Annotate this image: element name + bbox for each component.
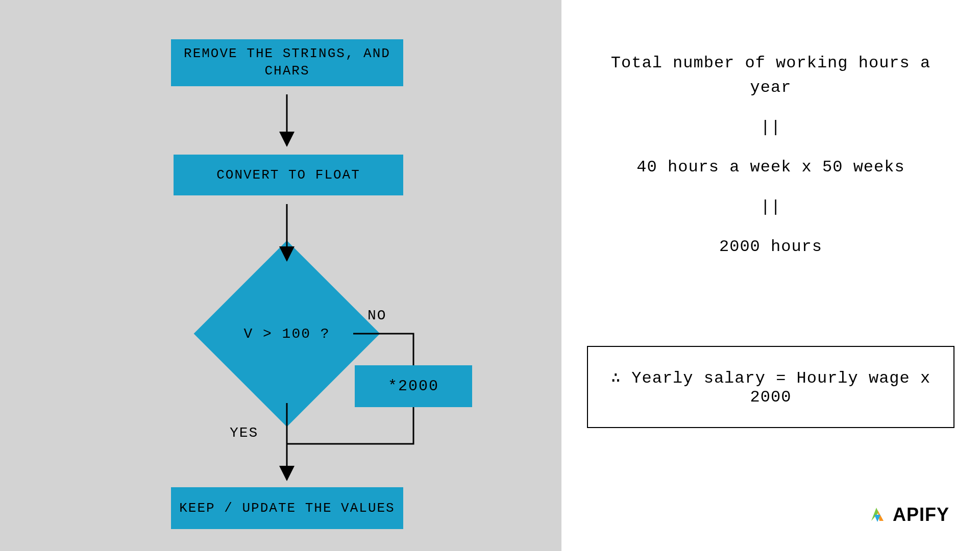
explanation-line: Total number of working hours a year <box>587 51 954 100</box>
flow-decision: V > 100 ? <box>221 268 353 399</box>
explanation-text: Total number of working hours a year || … <box>587 51 954 259</box>
explanation-line: 40 hours a week x 50 weeks <box>587 155 954 180</box>
flow-step-keep-values: KEEP / UPDATE THE VALUES <box>171 487 403 529</box>
flow-step-convert-float: CONVERT TO FLOAT <box>174 155 403 195</box>
separator: || <box>587 115 954 140</box>
flow-step-label: REMOVE THE STRINGS, AND CHARS <box>171 45 403 80</box>
flow-step-label: *2000 <box>388 378 439 395</box>
flow-step-multiply: *2000 <box>355 365 472 407</box>
formula-text: ∴ Yearly salary = Hourly wage x 2000 <box>611 369 930 407</box>
apify-logo-text: APIFY <box>893 504 949 525</box>
explanation-line: 2000 hours <box>587 235 954 259</box>
separator: || <box>587 195 954 219</box>
explanation-panel: Total number of working hours a year || … <box>561 0 980 551</box>
flow-step-remove-strings: REMOVE THE STRINGS, AND CHARS <box>171 39 403 86</box>
flow-decision-label: V > 100 ? <box>221 268 353 399</box>
branch-label-yes: YES <box>230 425 258 441</box>
apify-logo-icon <box>867 505 888 525</box>
branch-label-no: NO <box>368 308 387 323</box>
flow-step-label: KEEP / UPDATE THE VALUES <box>179 500 395 516</box>
flow-step-label: CONVERT TO FLOAT <box>216 167 360 183</box>
formula-box: ∴ Yearly salary = Hourly wage x 2000 <box>587 346 954 428</box>
flowchart-panel: REMOVE THE STRINGS, AND CHARS CONVERT TO… <box>0 0 561 551</box>
apify-logo: APIFY <box>867 504 949 525</box>
